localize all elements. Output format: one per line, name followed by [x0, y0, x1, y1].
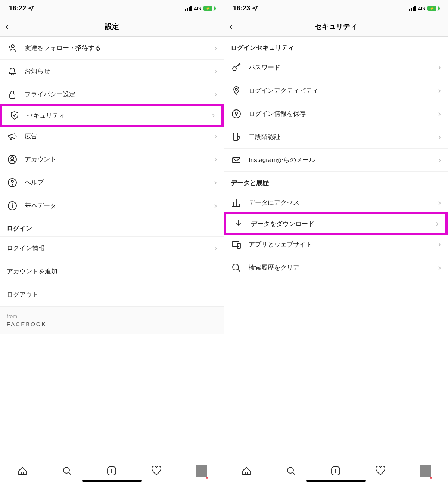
from-facebook: from FACEBOOK: [0, 306, 224, 334]
chevron-right-icon: ›: [438, 155, 441, 165]
row-label: 基本データ: [25, 201, 214, 210]
info-icon: [7, 200, 18, 211]
password-row[interactable]: パスワード ›: [224, 56, 448, 79]
chevron-right-icon: ›: [214, 66, 217, 76]
login-info-row[interactable]: ログイン情報 ›: [0, 237, 224, 260]
pin-icon: [231, 85, 242, 96]
home-indicator[interactable]: [306, 480, 366, 482]
row-label: Instagramからのメール: [249, 156, 438, 164]
bell-icon: [7, 66, 18, 77]
notifications-row[interactable]: お知らせ ›: [0, 60, 224, 83]
add-person-icon: [7, 43, 18, 54]
search-tab[interactable]: [62, 465, 73, 477]
home-tab[interactable]: [241, 465, 252, 477]
row-label: ログインアクティビティ: [249, 86, 438, 95]
svg-rect-14: [233, 133, 238, 140]
access-data-row[interactable]: データにアクセス ›: [224, 191, 448, 214]
create-tab[interactable]: [330, 465, 341, 477]
create-tab[interactable]: [106, 465, 117, 477]
location-arrow-icon: [28, 5, 34, 11]
home-tab[interactable]: [17, 465, 28, 477]
signal-icon: [185, 6, 192, 11]
chevron-right-icon: ›: [214, 131, 217, 141]
apps-websites-row[interactable]: アプリとウェブサイト ›: [224, 233, 448, 256]
chevron-right-icon: ›: [438, 263, 441, 273]
row-label: セキュリティ: [27, 111, 212, 120]
svg-point-11: [235, 88, 237, 90]
add-account-row[interactable]: アカウントを追加: [0, 260, 224, 283]
svg-point-10: [233, 67, 236, 71]
row-label: お知らせ: [25, 67, 214, 75]
chevron-right-icon: ›: [214, 43, 217, 53]
key-icon: [231, 62, 242, 73]
row-label: ログアウト: [7, 290, 217, 299]
svg-point-8: [63, 467, 69, 473]
chevron-right-icon: ›: [436, 219, 439, 229]
chevron-right-icon: ›: [438, 198, 441, 208]
devices-icon: [231, 239, 242, 250]
data-history-header: データと履歴: [224, 172, 448, 191]
svg-point-0: [11, 45, 14, 48]
security-list[interactable]: ログインセキュリティ パスワード › ログインアクティビティ › ログイン情報を…: [224, 37, 448, 457]
about-row[interactable]: 基本データ ›: [0, 194, 224, 217]
chevron-right-icon: ›: [438, 86, 441, 96]
security-row[interactable]: セキュリティ ›: [0, 104, 224, 127]
back-button[interactable]: ‹: [229, 21, 233, 32]
svg-point-3: [11, 157, 14, 160]
row-label: 友達をフォロー・招待する: [25, 44, 214, 52]
search-tab[interactable]: [286, 465, 297, 477]
chevron-right-icon: ›: [438, 240, 441, 249]
status-bar: 16:22 4G ⚡: [0, 0, 224, 16]
chevron-right-icon: ›: [214, 155, 217, 164]
row-label: データをダウンロード: [251, 220, 436, 228]
chevron-right-icon: ›: [438, 63, 441, 72]
battery-icon: ⚡: [203, 6, 215, 11]
account-row[interactable]: アカウント ›: [0, 148, 224, 171]
activity-tab[interactable]: [375, 465, 386, 477]
settings-screen: 16:22 4G ⚡ ‹ 設定 友達をフォロー・招待する › お知らせ › プラ…: [0, 0, 224, 484]
two-factor-row[interactable]: 二段階認証 ›: [224, 125, 448, 149]
signal-icon: [409, 6, 416, 11]
download-data-row[interactable]: データをダウンロード ›: [224, 212, 448, 235]
settings-list[interactable]: 友達をフォロー・招待する › お知らせ › プライバシー設定 › セキュリティ …: [0, 37, 224, 457]
ads-row[interactable]: 広告 ›: [0, 125, 224, 148]
chevron-right-icon: ›: [212, 111, 215, 120]
help-row[interactable]: ヘルプ ›: [0, 171, 224, 194]
saved-login-row[interactable]: ログイン情報を保存 ›: [224, 102, 448, 125]
lock-icon: [7, 89, 18, 100]
facebook-brand: FACEBOOK: [7, 321, 217, 327]
network-label: 4G: [418, 5, 425, 12]
phone-shield-icon: [231, 131, 242, 143]
user-circle-icon: [7, 154, 18, 165]
logout-row[interactable]: ログアウト: [0, 283, 224, 306]
shield-check-icon: [9, 110, 20, 121]
profile-tab[interactable]: [420, 465, 431, 477]
row-label: ログイン情報: [7, 244, 214, 252]
follow-invite-row[interactable]: 友達をフォロー・招待する ›: [0, 37, 224, 60]
status-bar: 16:23 4G ⚡: [224, 0, 448, 16]
page-title: セキュリティ: [315, 22, 357, 31]
security-screen: 16:23 4G ⚡ ‹ セキュリティ ログインセキュリティ パスワード › ロ…: [224, 0, 448, 484]
svg-point-18: [233, 264, 239, 270]
privacy-row[interactable]: プライバシー設定 ›: [0, 83, 224, 106]
chevron-right-icon: ›: [438, 109, 441, 119]
back-button[interactable]: ‹: [5, 21, 9, 32]
row-label: ヘルプ: [25, 178, 214, 187]
svg-rect-16: [232, 242, 239, 246]
svg-point-13: [235, 112, 237, 114]
mail-icon: [231, 155, 242, 166]
emails-row[interactable]: Instagramからのメール ›: [224, 149, 448, 172]
keyhole-icon: [231, 108, 242, 120]
profile-tab[interactable]: [196, 465, 207, 477]
megaphone-icon: [7, 131, 18, 142]
clear-search-row[interactable]: 検索履歴をクリア ›: [224, 256, 448, 279]
location-arrow-icon: [252, 5, 258, 11]
status-time: 16:22: [9, 4, 26, 12]
nav-header: ‹ セキュリティ: [224, 16, 448, 37]
activity-tab[interactable]: [151, 465, 162, 477]
login-security-header: ログインセキュリティ: [224, 37, 448, 56]
battery-icon: ⚡: [427, 6, 439, 11]
login-activity-row[interactable]: ログインアクティビティ ›: [224, 79, 448, 102]
home-indicator[interactable]: [82, 480, 142, 482]
row-label: アプリとウェブサイト: [249, 240, 438, 249]
